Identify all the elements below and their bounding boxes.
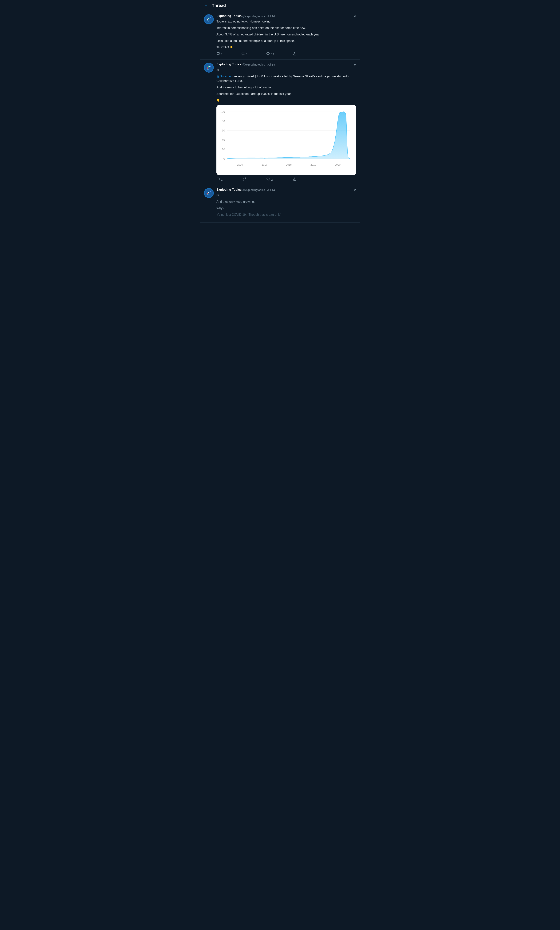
tweet-text-4: Let's take a look at one example of a st…	[216, 38, 356, 43]
tweet-text-5: THREAD 👇	[216, 45, 356, 50]
tweet-number: 3/	[216, 193, 356, 197]
svg-point-40	[207, 194, 208, 195]
tweet-number: 2/	[216, 68, 356, 72]
svg-point-15	[209, 69, 209, 70]
retweet-action[interactable]: 1	[241, 52, 247, 56]
tweet-caret-icon[interactable]: ∨	[352, 188, 356, 192]
tweet-header: Exploding Topics @explodingtopics · Jul …	[216, 188, 356, 192]
reply-action[interactable]: 1	[216, 177, 222, 182]
tweet-text-main: @Outschool recently raised $1.4M from in…	[216, 74, 356, 83]
svg-point-5	[207, 20, 208, 22]
tweet-body: Today's exploding topic: Homeschooling. …	[216, 19, 356, 50]
reply-icon	[216, 52, 220, 56]
svg-text:2020: 2020	[335, 163, 341, 166]
tweet-caret-icon[interactable]: ∨	[352, 63, 356, 67]
tweet-author: Exploding Topics @explodingtopics · Jul …	[216, 14, 275, 18]
like-count: 12	[271, 52, 274, 56]
tweet-left-col	[204, 63, 214, 182]
author-handle: @explodingtopics	[242, 63, 265, 66]
svg-point-7	[210, 20, 210, 21]
tweet-left-col	[204, 188, 214, 219]
tweet-text-after-mention: recently raised $1.4M from investors led…	[216, 75, 348, 83]
svg-point-10	[205, 63, 213, 72]
svg-point-41	[209, 194, 209, 196]
tweet-2: Exploding Topics @explodingtopics · Jul …	[200, 60, 360, 185]
svg-text:2017: 2017	[262, 163, 267, 166]
tweet-content: Exploding Topics @explodingtopics · Jul …	[216, 188, 356, 219]
tweet-text-traction: And it seems to be getting a lot of trac…	[216, 85, 356, 90]
tweet-header: Exploding Topics @explodingtopics · Jul …	[216, 14, 356, 18]
svg-point-14	[207, 69, 208, 70]
tweet-caret-icon[interactable]: ∨	[352, 14, 356, 18]
share-action[interactable]	[293, 52, 296, 56]
page-title: Thread	[212, 3, 226, 8]
share-icon	[293, 52, 296, 56]
tweet-date: · Jul 14	[266, 188, 275, 191]
tweet-3: Exploding Topics @explodingtopics · Jul …	[200, 185, 360, 223]
share-action[interactable]	[293, 177, 296, 182]
tweet-date: · Jul 14	[266, 63, 275, 66]
author-name: Exploding Topics	[216, 63, 242, 66]
tweet-header: Exploding Topics @explodingtopics · Jul …	[216, 63, 356, 67]
avatar	[204, 188, 214, 198]
retweet-count: 1	[246, 52, 247, 56]
svg-point-1	[205, 15, 213, 23]
svg-text:20: 20	[222, 148, 225, 151]
tweet-text-2: Interest in homeschooling has been on th…	[216, 26, 356, 30]
tweet-left-col	[204, 14, 214, 56]
avatar	[204, 63, 214, 72]
tweet-body: 3/ And they only keep growing. Why? It's…	[216, 193, 356, 217]
back-button[interactable]: ←	[204, 3, 208, 8]
svg-point-42	[210, 194, 210, 195]
thread-line	[209, 74, 209, 182]
tweet-text-arrow: 👇	[216, 98, 356, 103]
svg-text:2019: 2019	[310, 163, 316, 166]
svg-point-6	[209, 21, 209, 22]
svg-text:80: 80	[222, 120, 225, 123]
reply-action[interactable]: 1	[216, 52, 222, 56]
svg-text:60: 60	[222, 129, 225, 132]
mention-link[interactable]: @Outschool	[216, 75, 233, 78]
like-icon	[266, 52, 270, 56]
author-handle: @explodingtopics	[242, 14, 265, 18]
author-name: Exploding Topics	[216, 14, 242, 18]
tweet-author: Exploding Topics @explodingtopics · Jul …	[216, 188, 275, 191]
share-icon	[293, 177, 296, 182]
retweet-icon	[243, 177, 246, 182]
tweet-actions: 1 2	[216, 177, 296, 182]
tweet-content: Exploding Topics @explodingtopics · Jul …	[216, 63, 356, 182]
author-handle: @explodingtopics	[242, 188, 265, 191]
tweet-text-1: Today's exploding topic: Homeschooling.	[216, 19, 356, 24]
like-icon	[267, 177, 270, 182]
like-count: 2	[271, 178, 273, 181]
author-name: Exploding Topics	[216, 188, 242, 191]
retweet-icon	[241, 52, 245, 56]
tweet-1: Exploding Topics @explodingtopics · Jul …	[200, 11, 360, 60]
thread-line	[209, 25, 209, 56]
svg-text:2016: 2016	[237, 163, 243, 166]
svg-point-36	[205, 189, 213, 197]
tweet-content: Exploding Topics @explodingtopics · Jul …	[216, 14, 356, 56]
svg-point-16	[210, 68, 210, 69]
svg-text:0: 0	[224, 157, 225, 160]
reply-icon	[216, 177, 220, 182]
svg-text:100: 100	[221, 110, 225, 113]
header: ← Thread	[200, 0, 360, 11]
trend-chart: 100 80 60 40 20 0	[219, 109, 352, 171]
like-action[interactable]: 12	[266, 52, 274, 56]
tweet-text-3: About 3.4% of school-aged children in th…	[216, 32, 356, 37]
svg-text:40: 40	[222, 138, 225, 142]
like-action[interactable]: 2	[267, 177, 273, 182]
reply-count: 1	[221, 178, 222, 181]
tweet-text-searches: Searches for "Outschool" are up 1900% in…	[216, 92, 356, 96]
tweet-body: 2/ @Outschool recently raised $1.4M from…	[216, 68, 356, 103]
svg-text:2018: 2018	[286, 163, 292, 166]
tweet-text-why: Why?	[216, 206, 356, 211]
retweet-action[interactable]	[243, 177, 246, 182]
tweet-actions: 1 1 12	[216, 52, 296, 56]
chart-container: 100 80 60 40 20 0	[216, 105, 356, 175]
tweet-author: Exploding Topics @explodingtopics · Jul …	[216, 63, 275, 66]
tweet-date: · Jul 14	[266, 14, 275, 18]
reply-count: 1	[221, 52, 222, 56]
tweet-text-covid: It's not just COVID-19. (Though that is …	[216, 212, 356, 217]
